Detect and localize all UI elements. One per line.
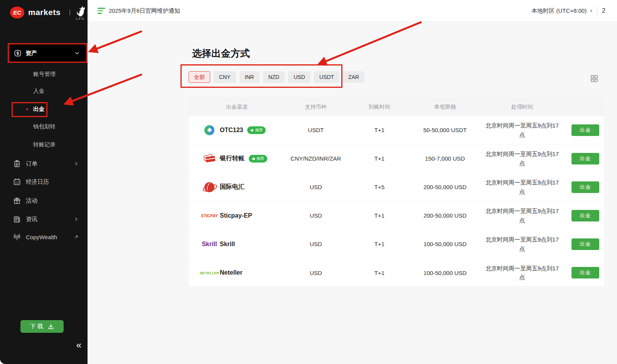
- recommended-badge: 推荐: [249, 155, 267, 163]
- channel-name: Skrill: [220, 241, 235, 248]
- page-title: 选择出金方式: [192, 47, 250, 60]
- limit: 100-50,000 USD: [412, 270, 478, 276]
- withdraw-methods-table: 出金渠道 支持币种 到账时间 单笔限额 处理时间 OTC123 推荐 USDT …: [188, 97, 605, 287]
- sidebar-item-transfer-records[interactable]: 转账记录: [33, 139, 56, 150]
- withdraw-button[interactable]: 出金: [571, 181, 599, 193]
- clock-text: 2: [602, 7, 605, 14]
- filter-chip-cny[interactable]: CNY: [214, 71, 236, 83]
- thumbs-up-icon: [252, 157, 255, 160]
- currencies: USD: [285, 184, 347, 190]
- header-arrival: 到账时间: [347, 104, 412, 111]
- sidebar-item-assets[interactable]: $ 资产: [9, 45, 86, 62]
- download-icon: [48, 324, 54, 330]
- filter-chip-zar[interactable]: ZAR: [343, 71, 364, 83]
- withdraw-button[interactable]: 出金: [571, 210, 599, 221]
- thumbs-up-icon: [250, 128, 254, 132]
- arrival-time: T+1: [347, 127, 412, 133]
- sidebar-item-orders[interactable]: 订单: [13, 158, 79, 169]
- notice-text: 2025年9月6日官网维护通知: [109, 7, 180, 15]
- active-dot: [26, 108, 28, 110]
- skrill-logo: Skrill: [203, 241, 216, 248]
- maintenance-notice[interactable]: 2025年9月6日官网维护通知: [98, 7, 180, 15]
- download-button[interactable]: 下载: [20, 320, 64, 333]
- filter-chip-nzd[interactable]: NZD: [263, 71, 285, 83]
- neteller-logo: NETELLER: [203, 271, 216, 275]
- sidebar-item-account-management[interactable]: 账号管理: [33, 69, 56, 79]
- sidebar-item-deposit[interactable]: 入金: [33, 86, 44, 96]
- header-currencies: 支持币种: [285, 104, 347, 111]
- collapse-sidebar-icon[interactable]: «: [76, 340, 81, 351]
- header-channel: 出金渠道: [189, 104, 285, 111]
- withdraw-button[interactable]: 出金: [571, 238, 599, 250]
- ec-logo-icon: EC: [10, 7, 24, 18]
- arrival-time: T+1: [347, 241, 412, 247]
- table-row: Skrill Skrill USD T+1 100-50,000 USD 北京时…: [189, 230, 604, 258]
- filter-chip-all[interactable]: 全部: [189, 71, 210, 83]
- channel-name: Sticpay-EP: [220, 212, 252, 219]
- bank-transfer-logo-icon: [203, 154, 216, 164]
- header-limit: 单笔限额: [412, 104, 478, 111]
- markets-wordmark: markets: [28, 8, 61, 17]
- sidebar-item-wallet-transfer[interactable]: 钱包划转: [33, 121, 56, 132]
- limit: 200-50,000 USD: [412, 184, 478, 190]
- withdraw-button[interactable]: 出金: [571, 124, 599, 136]
- main-content: 选择出金方式 全部 CNY INR NZD USD USDT ZAR 出金渠道 …: [88, 22, 617, 364]
- processing-time: 北京时间周一至周五9点到17点: [483, 235, 562, 253]
- currency-filter-bar: 全部 CNY INR NZD USD USDT ZAR: [189, 71, 364, 83]
- announcement-icon: [98, 8, 105, 14]
- withdraw-button[interactable]: 出金: [571, 267, 599, 278]
- newspaper-icon: [13, 215, 21, 223]
- filter-chip-usdt[interactable]: USDT: [314, 71, 339, 83]
- topbar: 2025年9月6日官网维护通知 本地时区 (UTC+8:00) ▼ 2: [88, 0, 617, 22]
- clipboard-icon: [13, 160, 21, 168]
- arrival-time: T+5: [347, 184, 412, 190]
- withdraw-button[interactable]: 出金: [571, 153, 599, 164]
- processing-time: 北京时间周一至周五9点到17点: [483, 178, 562, 196]
- sidebar-item-promotions[interactable]: 活动: [13, 195, 79, 206]
- timezone-selector[interactable]: 本地时区 (UTC+8:00): [531, 7, 587, 15]
- chevron-right-icon: [74, 161, 79, 166]
- svg-text:$: $: [17, 51, 19, 55]
- channel-name: 银行转账: [220, 154, 244, 163]
- processing-time: 北京时间周一至周五9点到17点: [483, 149, 562, 168]
- filter-chip-inr[interactable]: INR: [239, 71, 260, 83]
- limit: 200-50,000 USD: [412, 212, 478, 219]
- currencies: USD: [285, 270, 347, 276]
- processing-time: 北京时间周一至周五9点到17点: [483, 121, 562, 139]
- otc123-logo-icon: [203, 125, 216, 135]
- sticpay-logo: STICPAY: [203, 213, 216, 218]
- chevron-down-icon: [74, 50, 80, 56]
- sidebar-item-news[interactable]: 资讯: [13, 214, 79, 225]
- grid-view-icon[interactable]: [590, 74, 598, 83]
- broadcast-icon: [13, 233, 21, 241]
- sidebar-item-withdraw[interactable]: 出金: [33, 104, 44, 114]
- table-row: 国际电汇 USD T+5 200-50,000 USD 北京时间周一至周五9点到…: [189, 173, 604, 201]
- currencies: USDT: [285, 127, 347, 133]
- table-row: NETELLER Neteller USD T+1 100-50,000 USD…: [189, 258, 604, 287]
- table-header-row: 出金渠道 支持币种 到账时间 单笔限额 处理时间: [189, 98, 604, 116]
- sidebar-item-copywealth[interactable]: CopyWealth: [13, 231, 79, 242]
- filter-chip-usd[interactable]: USD: [288, 71, 310, 83]
- sidebar-item-economic-calendar[interactable]: 经济日历: [13, 176, 79, 187]
- topbar-divider: [597, 6, 597, 16]
- external-link-icon: [74, 234, 79, 240]
- lfc-logo: L.F.C.: [75, 5, 86, 20]
- brand-logo[interactable]: EC markets | L.F.C.: [10, 5, 86, 20]
- channel-name: OTC123: [220, 127, 243, 134]
- calendar-icon: [13, 178, 21, 186]
- limit: 50-50,000 USDT: [412, 127, 478, 133]
- sidebar-item-label: 资产: [25, 50, 37, 57]
- chevron-right-icon: [74, 216, 79, 222]
- arrival-time: T+1: [347, 212, 412, 219]
- limit: 100-50,000 USD: [412, 241, 478, 247]
- limit: 150-7,000 USD: [412, 155, 478, 162]
- dollar-icon: $: [14, 49, 22, 57]
- processing-time: 北京时间周一至周五9点到17点: [483, 264, 562, 282]
- processing-time: 北京时间周一至周五9点到17点: [483, 206, 562, 225]
- recommended-badge: 推荐: [247, 126, 266, 134]
- liver-bird-icon: [75, 5, 86, 17]
- header-processing: 处理时间: [478, 104, 566, 111]
- table-row: 银行转账 推荐 CNY/NZD/INR/ZAR T+1 150-7,000 US…: [189, 144, 604, 173]
- international-wire-logo-icon: [203, 182, 216, 192]
- currencies: CNY/NZD/INR/ZAR: [285, 155, 347, 162]
